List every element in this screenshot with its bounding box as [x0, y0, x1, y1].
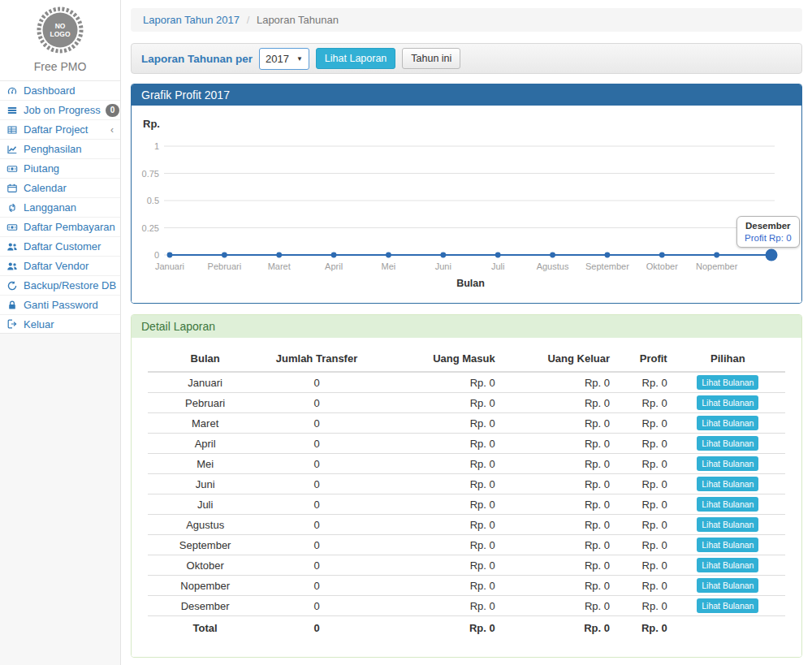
chart-point[interactable] [167, 253, 173, 258]
lihat-bulanan-button[interactable]: Lihat Bulanan [697, 436, 758, 451]
cell-profit: Rp. 0 [613, 494, 671, 515]
sidebar-item-keluar[interactable]: Keluar [0, 314, 120, 334]
cell-pilihan: Lihat Bulanan [671, 535, 785, 555]
cell-pilihan: Lihat Bulanan [671, 393, 785, 413]
cell-uang-keluar: Rp. 0 [499, 372, 613, 393]
sidebar-item-label: Daftar Vendor [24, 260, 89, 272]
chart-point[interactable] [495, 253, 501, 258]
chart-area: Rp.00.250.50.751JanuariPebruariMaretApri… [132, 106, 801, 303]
refresh-icon [6, 280, 19, 291]
lihat-bulanan-button[interactable]: Lihat Bulanan [697, 578, 758, 593]
cell-pilihan: Lihat Bulanan [671, 555, 785, 576]
table-row: Agustus0Rp. 0Rp. 0Rp. 0Lihat Bulanan [148, 515, 785, 535]
cell-bulan: September [148, 535, 262, 555]
sidebar-item-daftar-customer[interactable]: Daftar Customer [0, 236, 120, 256]
sidebar-item-calendar[interactable]: Calendar [0, 178, 120, 197]
x-axis-title: Bulan [456, 278, 485, 289]
cell-uang-keluar: Rp. 0 [499, 596, 613, 616]
cell-bulan: Maret [148, 413, 262, 434]
sidebar-item-penghasilan[interactable]: Penghasilan [0, 139, 120, 158]
total-cell-jumlah-transfer: 0 [262, 616, 370, 638]
lihat-bulanan-button[interactable]: Lihat Bulanan [697, 477, 758, 491]
lihat-bulanan-button[interactable]: Lihat Bulanan [697, 517, 758, 532]
chart-tooltip-title: Desember [745, 221, 792, 231]
lihat-bulanan-button[interactable]: Lihat Bulanan [697, 538, 758, 552]
sidebar-item-daftar-vendor[interactable]: Daftar Vendor [0, 256, 120, 275]
sidebar-item-backup-restore-db[interactable]: Backup/Restore DB [0, 275, 120, 295]
x-tick-label: Maret [268, 261, 291, 271]
cell-pilihan: Lihat Bulanan [671, 515, 785, 535]
tahun-ini-button[interactable]: Tahun ini [402, 48, 460, 69]
logo-block: NO LOGO Free PMO [0, 0, 120, 80]
cell-profit: Rp. 0 [613, 535, 671, 555]
cell-bulan: Mei [148, 454, 262, 474]
chart-point[interactable] [605, 253, 611, 258]
lihat-bulanan-button[interactable]: Lihat Bulanan [697, 598, 758, 613]
cell-uang-masuk: Rp. 0 [371, 454, 499, 474]
chart-point[interactable] [714, 253, 719, 258]
app-layout: NO LOGO Free PMO DashboardJob on Progres… [0, 0, 812, 665]
cell-jumlah-transfer: 0 [262, 474, 370, 494]
sidebar-item-label: Daftar Customer [24, 240, 101, 253]
x-tick-label: Nopember [696, 261, 738, 271]
sidebar-item-ganti-password[interactable]: Ganti Password [0, 295, 120, 314]
cell-bulan: April [148, 434, 262, 454]
chart-panel-title: Grafik Profit 2017 [132, 84, 801, 106]
chart-point[interactable] [386, 253, 391, 258]
chart-point[interactable] [222, 253, 227, 258]
cell-uang-keluar: Rp. 0 [499, 434, 613, 454]
cell-uang-masuk: Rp. 0 [371, 515, 499, 535]
chart-point[interactable] [331, 253, 337, 258]
total-cell-bulan: Total [148, 616, 262, 638]
lihat-bulanan-button[interactable]: Lihat Bulanan [697, 416, 758, 430]
retweet-icon [6, 202, 19, 214]
y-tick-label: 0.5 [147, 196, 159, 205]
lihat-laporan-button[interactable]: Lihat Laporan [316, 48, 395, 69]
y-tick-label: 1 [154, 141, 159, 151]
sidebar-item-label: Keluar [24, 318, 54, 330]
sidebar-item-label: Piutang [24, 162, 59, 175]
cell-jumlah-transfer: 0 [262, 454, 370, 474]
breadcrumb-separator: / [247, 14, 250, 26]
lihat-bulanan-button[interactable]: Lihat Bulanan [697, 395, 758, 410]
sidebar-item-daftar-pembayaran[interactable]: Daftar Pembayaran [0, 217, 120, 236]
chart-tooltip-value: Profit Rp: 0 [745, 233, 792, 243]
cell-profit: Rp. 0 [613, 596, 671, 616]
x-tick-label: Mei [382, 261, 396, 271]
x-tick-label: April [325, 261, 343, 271]
column-header-profit: Profit [613, 346, 671, 372]
lihat-bulanan-button[interactable]: Lihat Bulanan [697, 456, 758, 471]
detail-panel: Detail Laporan BulanJumlah TransferUang … [131, 314, 802, 658]
chart-point[interactable] [440, 253, 446, 258]
sidebar-item-dashboard[interactable]: Dashboard [0, 80, 120, 100]
sidebar-item-daftar-project[interactable]: Daftar Project‹ [0, 119, 120, 139]
sidebar-item-job-on-progress[interactable]: Job on Progress0 [0, 100, 120, 119]
chart-point-hovered[interactable] [766, 249, 778, 261]
breadcrumb-link[interactable]: Laporan Tahun 2017 [143, 14, 240, 26]
logo-text-line2: LOGO [50, 30, 70, 38]
chart-point[interactable] [276, 253, 282, 258]
cell-uang-masuk: Rp. 0 [371, 413, 499, 434]
cell-bulan: Agustus [148, 515, 262, 535]
lihat-bulanan-button[interactable]: Lihat Bulanan [697, 497, 758, 512]
cell-uang-masuk: Rp. 0 [371, 393, 499, 413]
cell-pilihan: Lihat Bulanan [671, 434, 785, 454]
lihat-bulanan-button[interactable]: Lihat Bulanan [697, 558, 758, 572]
chart-point[interactable] [659, 253, 665, 258]
cell-pilihan: Lihat Bulanan [671, 413, 785, 434]
detail-panel-title: Detail Laporan [132, 315, 801, 338]
sidebar: NO LOGO Free PMO DashboardJob on Progres… [0, 0, 121, 665]
cell-pilihan: Lihat Bulanan [671, 454, 785, 474]
lihat-bulanan-button[interactable]: Lihat Bulanan [697, 375, 758, 390]
table-row: April0Rp. 0Rp. 0Rp. 0Lihat Bulanan [148, 434, 785, 454]
cell-bulan: Juli [148, 494, 262, 515]
sidebar-item-piutang[interactable]: Piutang [0, 158, 120, 178]
chart-point[interactable] [550, 253, 555, 258]
cell-pilihan: Lihat Bulanan [671, 576, 785, 596]
sidebar-item-langganan[interactable]: Langganan [0, 197, 120, 217]
total-cell-pilihan [671, 616, 785, 638]
sidebar-item-label: Backup/Restore DB [24, 279, 116, 291]
year-select-value: 2017 [266, 53, 289, 65]
year-select[interactable]: 2017 ▼ [259, 48, 309, 70]
column-header-uang-keluar: Uang Keluar [499, 346, 613, 372]
